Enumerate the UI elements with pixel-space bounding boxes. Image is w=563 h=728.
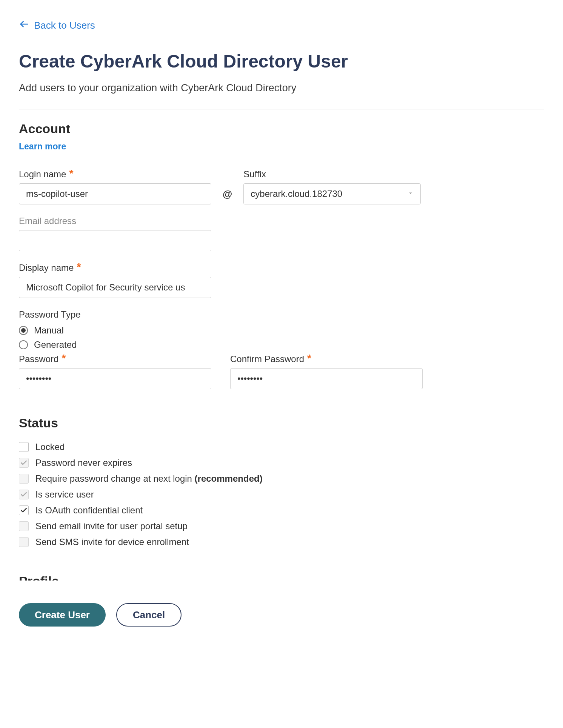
radio-icon [19,326,28,335]
password-type-label: Password Type [19,309,544,320]
radio-icon [19,340,28,349]
status-email-invite-checkbox[interactable]: Send email invite for user portal setup [19,521,544,531]
email-label: Email address [19,216,211,226]
profile-heading-cutoff: Profile [19,574,544,581]
display-name-label: Display name* [19,263,211,273]
account-heading: Account [19,121,544,136]
checkbox-label: Password never expires [35,458,132,468]
status-oauth-client-checkbox[interactable]: Is OAuth confidential client [19,505,544,516]
required-asterisk-icon: * [307,355,311,362]
confirm-password-label: Confirm Password* [230,354,423,364]
suffix-value: cyberark.cloud.182730 [251,189,342,199]
checkbox-label: Locked [35,442,65,452]
display-name-input[interactable] [19,277,211,298]
suffix-label: Suffix [243,169,421,180]
learn-more-link[interactable]: Learn more [19,141,66,152]
cancel-button[interactable]: Cancel [116,603,182,627]
checkbox-icon [19,505,29,515]
email-input[interactable] [19,230,211,251]
status-locked-checkbox[interactable]: Locked [19,442,544,452]
status-require-change-checkbox[interactable]: Require password change at next login (r… [19,473,544,484]
checkbox-label: Send SMS invite for device enrollment [35,537,189,547]
checkbox-icon [19,442,29,452]
radio-label: Generated [34,339,77,350]
arrow-left-icon [19,19,29,32]
status-never-expires-checkbox[interactable]: Password never expires [19,458,544,468]
login-name-input[interactable] [19,183,211,204]
required-asterisk-icon: * [69,170,73,177]
password-label: Password* [19,354,211,364]
back-to-users-link[interactable]: Back to Users [19,19,95,32]
radio-label: Manual [34,325,64,336]
password-type-generated-radio[interactable]: Generated [19,339,544,350]
create-user-button[interactable]: Create User [19,603,106,627]
status-heading: Status [19,416,544,430]
required-asterisk-icon: * [77,264,81,270]
checkbox-label: Send email invite for user portal setup [35,521,188,531]
login-name-label: Login name* [19,169,211,180]
password-type-manual-radio[interactable]: Manual [19,325,544,336]
chevron-down-icon [407,190,414,198]
divider [19,109,544,109]
page-subtitle: Add users to your organization with Cybe… [19,82,544,94]
checkbox-label: Is service user [35,489,94,500]
checkbox-label: Is OAuth confidential client [35,505,143,516]
checkbox-icon [19,521,29,531]
checkbox-icon [19,458,29,468]
checkbox-icon [19,490,29,499]
at-symbol: @ [223,183,232,204]
checkbox-icon [19,537,29,547]
page-title: Create CyberArk Cloud Directory User [19,51,544,72]
status-sms-invite-checkbox[interactable]: Send SMS invite for device enrollment [19,537,544,547]
password-input[interactable] [19,368,211,389]
status-service-user-checkbox[interactable]: Is service user [19,489,544,500]
required-asterisk-icon: * [62,355,66,362]
checkbox-label: Require password change at next login (r… [35,473,263,484]
suffix-select[interactable]: cyberark.cloud.182730 [243,183,421,204]
back-link-label: Back to Users [34,20,95,31]
confirm-password-input[interactable] [230,368,423,389]
checkbox-icon [19,474,29,484]
